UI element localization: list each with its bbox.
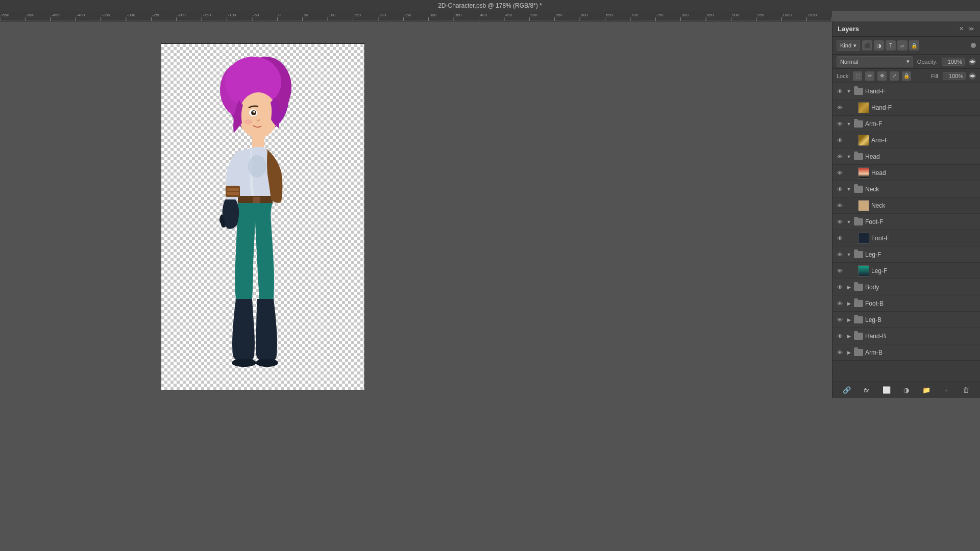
layer-item-leg-f-layer[interactable]: 👁Leg-F bbox=[832, 263, 980, 279]
filter-adjustment-button[interactable]: ◑ bbox=[874, 40, 884, 51]
visibility-eye-head-group[interactable]: 👁 bbox=[836, 153, 844, 161]
visibility-eye-neck-layer[interactable]: 👁 bbox=[836, 202, 844, 210]
svg-rect-84 bbox=[226, 186, 240, 197]
filter-pixel-button[interactable]: ⬛ bbox=[862, 40, 872, 51]
visibility-eye-hand-f-layer[interactable]: 👁 bbox=[836, 104, 844, 112]
fill-value[interactable]: 100% bbox=[943, 72, 966, 80]
visibility-eye-arm-f-layer[interactable]: 👁 bbox=[836, 136, 844, 144]
visibility-eye-body-group[interactable]: 👁 bbox=[836, 283, 844, 291]
expand-arrow-arm-f-group[interactable]: ▼ bbox=[846, 121, 852, 127]
lock-row: Lock: ⬚ ✏ ✥ ⤢ 🔒 Fill: 100% ◀▶ bbox=[832, 69, 980, 83]
fill-slider-icon[interactable]: ◀▶ bbox=[969, 72, 976, 80]
visibility-eye-leg-f-group[interactable]: 👁 bbox=[836, 251, 844, 259]
expand-arrow-hand-b-group[interactable]: ▶ bbox=[846, 333, 852, 339]
adjustment-layer-button[interactable]: ◑ bbox=[901, 385, 912, 396]
layer-item-neck-group[interactable]: 👁▼Neck bbox=[832, 181, 980, 197]
visibility-eye-leg-f-layer[interactable]: 👁 bbox=[836, 267, 844, 275]
visibility-eye-hand-f-group[interactable]: 👁 bbox=[836, 87, 844, 95]
svg-text:150: 150 bbox=[354, 13, 361, 17]
svg-text:750: 750 bbox=[656, 13, 664, 17]
expand-arrow-leg-b-group[interactable]: ▶ bbox=[846, 317, 852, 323]
layer-item-head-layer[interactable]: 👁Head bbox=[832, 165, 980, 181]
opacity-value[interactable]: 100% bbox=[942, 58, 965, 66]
expand-arrow-foot-f-group[interactable]: ▼ bbox=[846, 219, 852, 225]
layer-item-arm-f-layer[interactable]: 👁Arm-F bbox=[832, 132, 980, 148]
layer-item-hand-f-layer[interactable]: 👁Hand-F bbox=[832, 99, 980, 116]
visibility-eye-hand-b-group[interactable]: 👁 bbox=[836, 332, 844, 340]
layer-item-leg-f-group[interactable]: 👁▼Leg-F bbox=[832, 246, 980, 263]
visibility-eye-foot-b-group[interactable]: 👁 bbox=[836, 299, 844, 308]
folder-icon-body-group bbox=[854, 284, 863, 291]
layer-name-head-layer: Head bbox=[871, 169, 977, 177]
layers-panel-header: Layers ✕ ≫ bbox=[832, 21, 980, 37]
fx-button[interactable]: fx bbox=[861, 385, 872, 396]
visibility-eye-neck-group[interactable]: 👁 bbox=[836, 185, 844, 193]
layer-item-foot-f-layer[interactable]: 👁Foot-F bbox=[832, 230, 980, 246]
layer-name-hand-f-layer: Hand-F bbox=[871, 104, 977, 111]
blend-mode-chevron-icon: ▾ bbox=[906, 58, 910, 65]
filter-icons: ⬛ ◑ T ▱ 🔒 bbox=[862, 40, 919, 51]
kind-dropdown[interactable]: Kind ▾ bbox=[837, 40, 860, 51]
layer-item-arm-b-group[interactable]: 👁▶Arm-B bbox=[832, 344, 980, 361]
kind-chevron-icon: ▾ bbox=[853, 42, 856, 49]
new-layer-button[interactable]: + bbox=[941, 385, 952, 396]
layer-item-body-group[interactable]: 👁▶Body bbox=[832, 279, 980, 295]
blend-mode-dropdown[interactable]: Normal ▾ bbox=[837, 56, 913, 67]
layer-item-leg-b-group[interactable]: 👁▶Leg-B bbox=[832, 312, 980, 328]
fill-label: Fill: bbox=[931, 73, 940, 79]
expand-arrow-arm-b-group[interactable]: ▶ bbox=[846, 349, 852, 356]
layer-item-foot-f-group[interactable]: 👁▼Foot-F bbox=[832, 214, 980, 230]
layers-panel-title: Layers bbox=[838, 25, 859, 33]
svg-text:1050: 1050 bbox=[808, 13, 817, 17]
svg-text:-50: -50 bbox=[253, 13, 259, 17]
link-layers-button[interactable]: 🔗 bbox=[841, 385, 852, 396]
expand-arrow-hand-f-group[interactable]: ▼ bbox=[846, 88, 852, 94]
svg-text:-450: -450 bbox=[52, 13, 60, 17]
layer-item-hand-f-group[interactable]: 👁▼Hand-F bbox=[832, 83, 980, 99]
filter-type-button[interactable]: T bbox=[886, 40, 896, 51]
filter-shape-button[interactable]: ▱ bbox=[897, 40, 908, 51]
lock-all-button[interactable]: 🔒 bbox=[902, 71, 911, 81]
folder-icon-foot-b-group bbox=[854, 300, 863, 307]
delete-layer-button[interactable]: 🗑 bbox=[961, 385, 972, 396]
close-panel-button[interactable]: ✕ bbox=[958, 26, 965, 33]
svg-text:-200: -200 bbox=[178, 13, 186, 17]
svg-text:650: 650 bbox=[606, 13, 613, 17]
svg-text:900: 900 bbox=[732, 13, 739, 17]
collapse-panel-button[interactable]: ≫ bbox=[968, 26, 975, 33]
opacity-slider-icon[interactable]: ◀▶ bbox=[969, 58, 976, 65]
filter-smart-button[interactable]: 🔒 bbox=[909, 40, 919, 51]
canvas-container bbox=[161, 43, 365, 390]
lock-paint-button[interactable]: ✏ bbox=[865, 71, 874, 81]
layer-name-arm-b-group: Arm-B bbox=[865, 349, 977, 356]
layer-item-hand-b-group[interactable]: 👁▶Hand-B bbox=[832, 328, 980, 344]
new-group-button[interactable]: 📁 bbox=[921, 385, 932, 396]
expand-arrow-head-group[interactable]: ▼ bbox=[846, 154, 852, 160]
add-mask-button[interactable]: ⬜ bbox=[881, 385, 892, 396]
svg-text:0: 0 bbox=[278, 13, 281, 17]
lock-artboard-button[interactable]: ⤢ bbox=[890, 71, 899, 81]
layer-name-foot-b-group: Foot-B bbox=[865, 300, 977, 307]
svg-rect-86 bbox=[227, 192, 239, 195]
layer-item-foot-b-group[interactable]: 👁▶Foot-B bbox=[832, 295, 980, 312]
layer-item-neck-layer[interactable]: 👁Neck bbox=[832, 197, 980, 214]
layer-item-head-group[interactable]: 👁▼Head bbox=[832, 148, 980, 165]
layers-list[interactable]: 👁▼Hand-F👁Hand-F👁▼Arm-F👁Arm-F👁▼Head👁Head👁… bbox=[832, 83, 980, 382]
expand-arrow-foot-b-group[interactable]: ▶ bbox=[846, 300, 852, 307]
filter-toggle-dot[interactable] bbox=[971, 43, 976, 48]
expand-arrow-neck-group[interactable]: ▼ bbox=[846, 186, 852, 192]
visibility-eye-leg-b-group[interactable]: 👁 bbox=[836, 316, 844, 324]
expand-arrow-leg-f-group[interactable]: ▼ bbox=[846, 252, 852, 258]
svg-text:-250: -250 bbox=[152, 13, 161, 17]
visibility-eye-foot-f-layer[interactable]: 👁 bbox=[836, 234, 844, 242]
svg-text:-550: -550 bbox=[1, 13, 10, 17]
character-svg bbox=[187, 49, 330, 386]
visibility-eye-arm-b-group[interactable]: 👁 bbox=[836, 348, 844, 357]
visibility-eye-foot-f-group[interactable]: 👁 bbox=[836, 218, 844, 226]
visibility-eye-head-layer[interactable]: 👁 bbox=[836, 169, 844, 177]
lock-transparent-button[interactable]: ⬚ bbox=[853, 71, 862, 81]
visibility-eye-arm-f-group[interactable]: 👁 bbox=[836, 120, 844, 128]
layer-item-arm-f-group[interactable]: 👁▼Arm-F bbox=[832, 116, 980, 132]
expand-arrow-body-group[interactable]: ▶ bbox=[846, 284, 852, 290]
lock-move-button[interactable]: ✥ bbox=[877, 71, 887, 81]
